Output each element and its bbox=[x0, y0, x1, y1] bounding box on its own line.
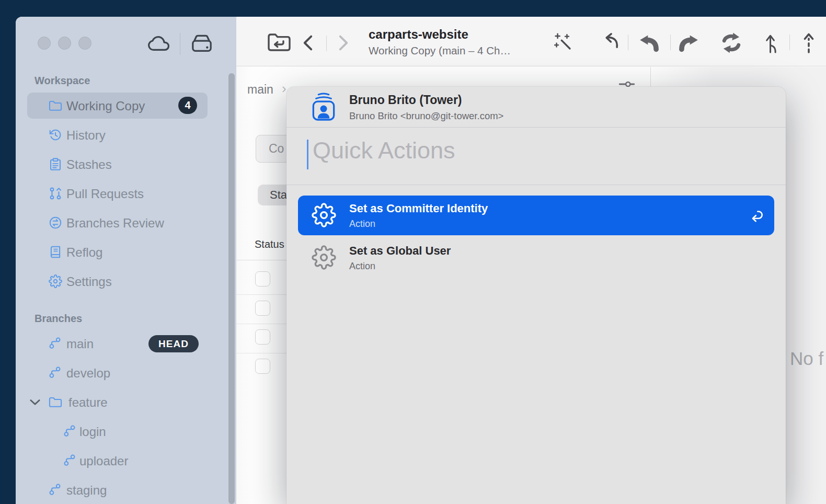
sidebar-item-branches-review[interactable]: Branches Review bbox=[16, 209, 236, 238]
clipboard-icon bbox=[49, 157, 62, 171]
sidebar-top-divider bbox=[180, 33, 180, 55]
sidebar-item-settings[interactable]: Settings bbox=[16, 267, 236, 296]
traffic-light-close[interactable] bbox=[38, 37, 51, 50]
identity-email: Bruno Brito <bruno@git-tower.com> bbox=[349, 110, 503, 122]
file-row-checkbox[interactable] bbox=[255, 359, 270, 374]
rebase-icon[interactable] bbox=[797, 31, 820, 54]
branch-icon bbox=[49, 483, 61, 496]
cloud-icon[interactable] bbox=[146, 33, 170, 53]
sidebar-branch-main[interactable]: main HEAD bbox=[16, 329, 236, 359]
branch-icon bbox=[49, 337, 61, 349]
open-repositories-icon[interactable] bbox=[267, 31, 292, 53]
sidebar-branch-folder-feature[interactable]: feature bbox=[16, 388, 236, 417]
toolbar-divider bbox=[628, 35, 628, 50]
empty-state-text: No f bbox=[790, 348, 823, 369]
pull-icon[interactable] bbox=[637, 31, 660, 54]
sidebar-scrollbar[interactable] bbox=[228, 73, 235, 504]
toolbar-divider bbox=[670, 35, 671, 50]
sidebar-item-pull-requests[interactable]: Pull Requests bbox=[16, 179, 236, 209]
desktop: Workspace Working Copy 4 History bbox=[0, 0, 826, 504]
sidebar-item-history[interactable]: History bbox=[16, 121, 236, 150]
head-badge: HEAD bbox=[148, 335, 199, 352]
changes-count-badge: 4 bbox=[178, 97, 197, 114]
sidebar-branch-staging[interactable]: staging bbox=[16, 476, 236, 504]
gear-icon bbox=[312, 203, 336, 227]
breadcrumb-branch[interactable]: main bbox=[247, 83, 273, 97]
breadcrumb-separator-icon: › bbox=[282, 81, 286, 97]
drive-icon[interactable] bbox=[190, 32, 214, 54]
file-row-checkbox[interactable] bbox=[255, 301, 270, 316]
quick-actions-panel: Bruno Brito (Tower) Bruno Brito <bruno@g… bbox=[286, 87, 786, 504]
branches-review-icon bbox=[49, 216, 62, 230]
identity-title: Bruno Brito (Tower) bbox=[349, 93, 462, 107]
branch-icon bbox=[49, 366, 61, 379]
forward-icon[interactable] bbox=[337, 35, 350, 51]
toolbar: carparts-website Working Copy (main – 4 … bbox=[236, 17, 826, 66]
push-icon[interactable] bbox=[678, 31, 701, 54]
sidebar-item-reflog[interactable]: Reflog bbox=[16, 238, 236, 267]
traffic-light-zoom[interactable] bbox=[78, 37, 91, 50]
sidebar-branch-uploader[interactable]: uploader bbox=[16, 446, 236, 476]
traffic-light-minimize[interactable] bbox=[58, 37, 71, 50]
book-icon bbox=[49, 245, 62, 259]
sidebar: Workspace Working Copy 4 History bbox=[16, 17, 236, 504]
overlay-divider bbox=[286, 127, 786, 128]
wand-icon[interactable] bbox=[553, 31, 576, 54]
status-column-header: Status bbox=[255, 238, 284, 250]
action-row-set-committer-identity[interactable]: Set as Committer Identity Action bbox=[298, 196, 774, 235]
nav-divider bbox=[326, 36, 327, 51]
branches-section-label: Branches bbox=[35, 313, 82, 325]
workspace-section-label: Workspace bbox=[35, 75, 90, 87]
folder-icon bbox=[49, 395, 62, 409]
undo-icon[interactable] bbox=[598, 31, 621, 54]
branch-icon bbox=[63, 454, 76, 466]
gear-icon bbox=[49, 274, 62, 288]
chevron-down-icon[interactable] bbox=[29, 398, 41, 406]
toolbar-divider bbox=[789, 35, 790, 50]
contact-card-icon bbox=[310, 92, 337, 121]
quick-actions-input[interactable]: Quick Actions bbox=[313, 137, 455, 164]
back-icon[interactable] bbox=[301, 35, 315, 51]
gear-icon bbox=[312, 245, 336, 270]
pull-request-icon bbox=[49, 187, 62, 200]
sidebar-branch-login[interactable]: login bbox=[16, 417, 236, 446]
file-row-checkbox[interactable] bbox=[255, 271, 270, 287]
action-row-set-global-user[interactable]: Set as Global User Action bbox=[298, 238, 774, 278]
tower-window: Workspace Working Copy 4 History bbox=[16, 17, 826, 504]
sidebar-branch-develop[interactable]: develop bbox=[16, 359, 236, 388]
history-icon bbox=[49, 128, 62, 142]
repo-subtitle: Working Copy (main – 4 Ch… bbox=[369, 44, 511, 57]
overlay-divider bbox=[286, 185, 786, 185]
sidebar-item-stashes[interactable]: Stashes bbox=[16, 150, 236, 179]
repo-title: carparts-website bbox=[369, 27, 468, 42]
folder-icon bbox=[49, 99, 62, 112]
text-caret bbox=[307, 140, 308, 169]
return-icon bbox=[749, 208, 764, 223]
sync-icon[interactable] bbox=[720, 31, 743, 54]
branch-icon bbox=[63, 425, 76, 437]
file-row-checkbox[interactable] bbox=[255, 329, 270, 345]
merge-icon[interactable] bbox=[761, 31, 784, 54]
sidebar-item-working-copy[interactable]: Working Copy 4 bbox=[16, 91, 236, 121]
